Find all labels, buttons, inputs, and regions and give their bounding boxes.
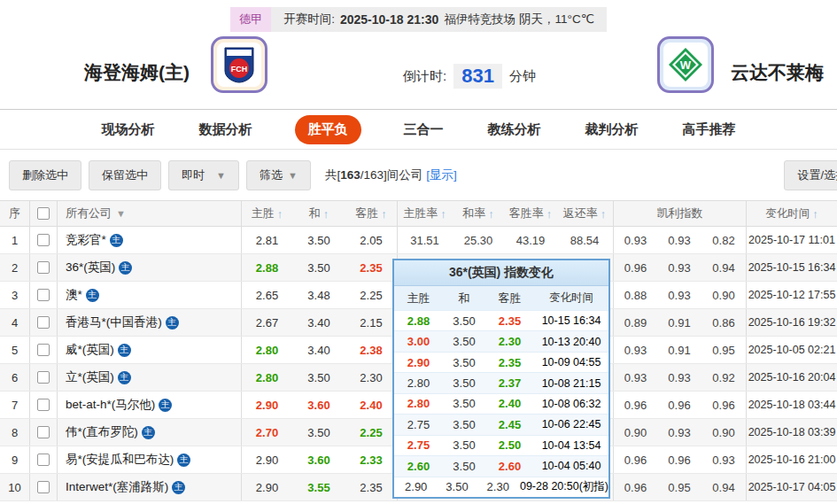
popup-draw-odds: 3.50 (438, 480, 476, 493)
popup-title: 36*(英国) 指数变化 (394, 260, 608, 286)
row-checkbox[interactable] (37, 454, 50, 466)
company-name[interactable]: 竞彩官* (66, 232, 106, 248)
change-time: 2025-10-18 03:39 (746, 419, 837, 446)
analysis-tabs: 现场分析数据分析胜平负三合一教练分析裁判分析高手推荐 (0, 110, 837, 150)
keep-selected-button[interactable]: 保留选中 (89, 160, 161, 190)
popup-row: 2.903.502.3510-09 04:55 (394, 352, 608, 372)
away-odds: 2.35 (345, 254, 397, 281)
home-odds: 2.65 (241, 282, 292, 308)
popup-header-home: 主胜 (394, 291, 443, 306)
header-draw-rate[interactable]: 和率↑ (452, 201, 505, 226)
company-name[interactable]: 香港马*(中国香港) (66, 314, 162, 330)
draw-odds: 3.60 (292, 392, 345, 418)
row-checkbox-cell (29, 309, 57, 336)
company-cell[interactable]: 竞彩官*主 (57, 227, 241, 253)
header-away-rate[interactable]: 客胜率↑ (505, 201, 556, 226)
popup-header-draw: 和 (443, 291, 485, 306)
popup-home-odds: 2.75 (394, 438, 443, 452)
company-cell[interactable]: 36*(英国)主 (57, 254, 241, 281)
popup-draw-odds: 3.50 (443, 356, 485, 369)
tab-0[interactable]: 现场分析 (100, 115, 157, 144)
popup-header: 主胜 和 客胜 变化时间 (394, 286, 608, 310)
row-checkbox[interactable] (37, 261, 50, 274)
home-odds: 2.81 (241, 227, 292, 253)
header-payout-rate[interactable]: 返还率↑ (556, 201, 613, 226)
header-home-rate[interactable]: 主胜率↑ (397, 201, 452, 226)
kelly-1: 0.91 (657, 309, 701, 336)
company-cell[interactable]: 易*(安提瓜和巴布达)主 (57, 446, 241, 473)
draw-odds: 3.55 (292, 474, 345, 500)
away-odds: 2.40 (345, 392, 397, 418)
popup-away-odds: 2.30 (485, 335, 534, 348)
company-name[interactable]: Interwet*(塞浦路斯) (66, 479, 168, 495)
filter-dropdown[interactable]: 筛选 ▼ (246, 160, 311, 190)
row-checkbox[interactable] (37, 481, 50, 493)
kelly-0: 0.88 (613, 282, 657, 308)
header-company[interactable]: 所有公司▼ (57, 201, 241, 226)
popup-home-odds: 2.88 (394, 314, 443, 328)
header-change-time[interactable]: 变化时间↑ (746, 201, 837, 226)
row-checkbox-cell (29, 282, 57, 308)
popup-away-odds: 2.40 (485, 397, 534, 410)
company-cell[interactable]: 伟*(直布罗陀)主 (57, 419, 241, 446)
popup-away-odds: 2.30 (477, 480, 520, 493)
kelly-1: 0.96 (657, 446, 701, 473)
company-name[interactable]: 立*(英国) (66, 369, 114, 385)
kelly-0: 0.96 (613, 446, 657, 473)
home-team-logo: FCH (211, 36, 267, 93)
kickoff-time: 2025-10-18 21:30 (340, 12, 438, 27)
company-cell[interactable]: 香港马*(中国香港)主 (57, 309, 241, 336)
company-cell[interactable]: bet-at-h*(马尔他)主 (57, 392, 241, 418)
tab-5[interactable]: 裁判分析 (584, 115, 640, 144)
settings-button[interactable]: 设置/选择 (784, 160, 837, 190)
away-odds: 2.25 (345, 282, 397, 308)
popup-home-odds: 2.80 (394, 397, 443, 410)
row-checkbox[interactable] (37, 344, 50, 356)
tab-2[interactable]: 胜平负 (295, 115, 361, 144)
row-checkbox[interactable] (37, 234, 50, 246)
kelly-2: 0.90 (701, 282, 746, 308)
tab-3[interactable]: 三合一 (402, 115, 446, 144)
company-count: 共[163/163]间公司[显示] (325, 167, 457, 183)
row-checkbox[interactable] (37, 426, 50, 438)
kelly-0: 0.96 (613, 474, 657, 500)
time-filter-dropdown[interactable]: 即时 ▼ (168, 160, 239, 190)
company-cell[interactable]: 澳*主 (57, 282, 241, 308)
draw-odds: 3.48 (292, 282, 345, 308)
company-name[interactable]: 澳* (66, 287, 82, 303)
popup-home-odds: 2.75 (394, 418, 443, 431)
company-cell[interactable]: 威*(英国)主 (57, 337, 241, 363)
row-number: 10 (0, 474, 29, 500)
payout-rate: 88.54 (556, 227, 613, 253)
company-name[interactable]: 36*(英国) (66, 260, 115, 275)
row-checkbox[interactable] (37, 399, 50, 411)
home-badge-icon: 主 (118, 371, 131, 384)
row-checkbox[interactable] (37, 316, 50, 329)
away-odds: 2.15 (345, 309, 397, 336)
league-badge[interactable]: 德甲 (230, 7, 271, 32)
tab-1[interactable]: 数据分析 (198, 115, 254, 144)
company-name[interactable]: 伟*(直布罗陀) (66, 424, 138, 440)
company-name[interactable]: 威*(英国) (66, 342, 114, 358)
select-all-checkbox[interactable] (37, 207, 50, 220)
header-away-odds[interactable]: 客胜↑ (345, 201, 397, 226)
row-checkbox[interactable] (37, 371, 50, 384)
header-home-odds[interactable]: 主胜↑ (241, 201, 292, 226)
popup-away-odds: 2.45 (485, 418, 534, 431)
kelly-0: 0.96 (613, 392, 657, 418)
show-link[interactable]: [显示] (426, 168, 457, 182)
tab-4[interactable]: 教练分析 (486, 115, 543, 144)
popup-change-time: 10-08 21:15 (534, 377, 608, 390)
company-name[interactable]: bet-at-h*(马尔他) (66, 397, 155, 413)
tab-6[interactable]: 高手推荐 (681, 115, 738, 144)
kelly-1: 0.93 (657, 364, 701, 391)
kelly-0: 0.93 (613, 227, 657, 253)
company-name[interactable]: 易*(安提瓜和巴布达) (66, 452, 174, 468)
delete-selected-button[interactable]: 删除选中 (9, 160, 81, 190)
row-checkbox[interactable] (37, 289, 50, 301)
home-badge-icon: 主 (110, 234, 123, 247)
sort-up-icon: ↑ (546, 207, 553, 221)
company-cell[interactable]: 立*(英国)主 (57, 364, 241, 391)
header-draw-odds[interactable]: 和↑ (292, 201, 345, 226)
company-cell[interactable]: Interwet*(塞浦路斯)主 (57, 474, 241, 500)
